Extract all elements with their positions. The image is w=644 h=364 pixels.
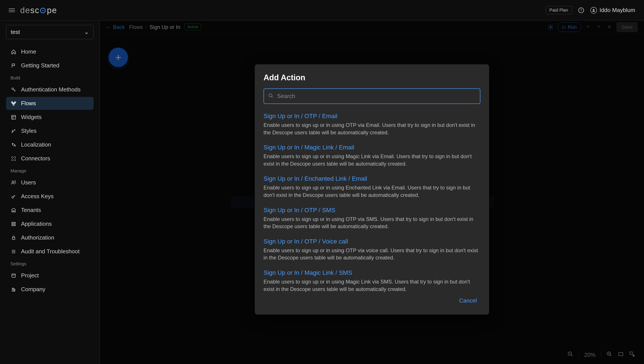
sidebar-item-authorization[interactable]: Authorization <box>6 231 94 244</box>
sidebar-item-tenants[interactable]: Tenants <box>6 204 94 216</box>
sidebar-item-project[interactable]: Project <box>6 269 94 282</box>
search-icon <box>268 93 274 99</box>
search-input[interactable] <box>277 93 476 100</box>
svg-point-3 <box>12 88 14 90</box>
action-title: Sign Up or In / OTP / SMS <box>264 207 479 214</box>
sidebar-item-audit[interactable]: Audit and Troubleshoot <box>6 245 94 258</box>
sidebar-item-label: Connectors <box>21 155 50 162</box>
sidebar-item-label: Users <box>21 179 36 186</box>
sidebar-item-label: Flows <box>21 100 36 107</box>
modal-title: Add Action <box>264 73 480 82</box>
user-menu[interactable]: Iddo Mayblum <box>590 7 635 14</box>
sidebar-item-label: Widgets <box>21 114 42 120</box>
svg-text:?: ? <box>580 8 582 12</box>
sidebar-item-connectors[interactable]: Connectors <box>6 152 94 165</box>
sidebar-item-company[interactable]: Company <box>6 283 94 296</box>
sidebar-item-localization[interactable]: Localization <box>6 138 94 151</box>
action-title: Sign Up or In / Enchanted Link / Email <box>264 175 479 182</box>
project-name: test <box>11 29 20 36</box>
svg-rect-12 <box>12 224 13 226</box>
action-desc: Enable users to sign up or in using Ench… <box>264 184 479 198</box>
svg-rect-5 <box>15 102 16 102</box>
action-item-otp-sms[interactable]: Sign Up or In / OTP / SMS Enable users t… <box>264 207 479 230</box>
svg-point-22 <box>269 94 272 97</box>
action-title: Sign Up or In / Magic Link / SMS <box>264 269 479 276</box>
project-selector[interactable]: test ⌄ <box>6 25 94 39</box>
logo: desc⊙pe <box>20 6 57 15</box>
svg-rect-7 <box>12 115 16 119</box>
section-manage: Manage <box>6 166 94 175</box>
canvas-area: ← Back Flows / Sign Up or In Active ▷ Ru… <box>100 20 644 364</box>
sidebar-item-label: Access Keys <box>21 193 54 200</box>
sidebar-item-access-keys[interactable]: Access Keys <box>6 190 94 203</box>
sidebar-item-label: Company <box>21 286 45 293</box>
action-desc: Enable users to sign up or in using OTP … <box>264 247 479 262</box>
svg-point-9 <box>12 196 14 198</box>
sidebar-item-applications[interactable]: Applications <box>6 218 94 230</box>
action-item-magic-sms[interactable]: Sign Up or In / Magic Link / SMS Enable … <box>264 269 479 292</box>
flag-icon <box>11 62 17 69</box>
localization-icon <box>11 142 17 148</box>
svg-rect-13 <box>14 224 15 226</box>
sidebar-item-getting-started[interactable]: Getting Started <box>6 59 94 72</box>
company-icon <box>11 286 17 292</box>
action-desc: Enable users to sign up or in using OTP … <box>264 216 479 230</box>
sidebar-item-styles[interactable]: Styles <box>6 124 94 138</box>
action-list[interactable]: Sign Up or In / OTP / Email Enable users… <box>264 113 480 292</box>
action-title: Sign Up or In / OTP / Email <box>264 113 479 120</box>
svg-rect-10 <box>12 222 13 224</box>
sidebar-item-widgets[interactable]: Widgets <box>6 111 94 124</box>
action-title: Sign Up or In / Magic Link / Email <box>264 144 479 151</box>
svg-rect-6 <box>13 104 14 105</box>
sidebar-item-label: Home <box>21 48 36 55</box>
sidebar-item-label: Authorization <box>21 234 54 241</box>
home-icon <box>11 49 17 55</box>
action-desc: Enable users to sign up or in using Magi… <box>264 278 479 292</box>
cancel-button[interactable]: Cancel <box>456 296 480 306</box>
avatar-icon <box>590 7 597 14</box>
svg-rect-14 <box>12 238 15 240</box>
widgets-icon <box>11 114 17 120</box>
apps-icon <box>11 221 17 227</box>
sidebar-item-users[interactable]: Users <box>6 176 94 189</box>
add-action-modal: Add Action Sign Up or In / OTP / Email E… <box>255 64 489 314</box>
auth-icon <box>11 86 17 93</box>
username: Iddo Mayblum <box>599 7 635 14</box>
svg-rect-15 <box>12 274 15 278</box>
topbar-right: Paid Plan ? Iddo Mayblum <box>546 6 635 14</box>
chevron-down-icon: ⌄ <box>84 29 89 36</box>
sidebar-item-label: Audit and Troubleshoot <box>21 248 80 255</box>
sidebar-item-label: Tenants <box>21 207 41 214</box>
section-settings: Settings <box>6 259 94 268</box>
tenants-icon <box>11 207 17 213</box>
svg-rect-11 <box>14 222 15 224</box>
flows-icon <box>11 100 17 106</box>
search-box[interactable] <box>264 88 480 104</box>
topbar: desc⊙pe Paid Plan ? Iddo Mayblum <box>0 0 644 20</box>
plan-badge[interactable]: Paid Plan <box>546 6 572 14</box>
lock-icon <box>11 235 17 241</box>
sidebar-item-flows[interactable]: Flows <box>6 97 94 110</box>
sidebar-item-label: Project <box>21 272 39 279</box>
users-icon <box>11 180 17 186</box>
menu-toggle[interactable] <box>9 8 15 12</box>
action-item-magic-email[interactable]: Sign Up or In / Magic Link / Email Enabl… <box>264 144 479 167</box>
sidebar-item-label: Localization <box>21 141 51 148</box>
action-title: Sign Up or In / OTP / Voice call <box>264 238 479 245</box>
sidebar-item-label: Getting Started <box>21 62 59 69</box>
keys-icon <box>11 194 17 200</box>
sidebar-item-label: Applications <box>21 220 52 227</box>
sidebar-item-auth-methods[interactable]: Authentication Methods <box>6 83 94 96</box>
help-icon[interactable]: ? <box>577 6 585 14</box>
action-item-otp-voice[interactable]: Sign Up or In / OTP / Voice call Enable … <box>264 238 479 262</box>
topbar-left: desc⊙pe <box>9 6 57 15</box>
action-item-otp-email[interactable]: Sign Up or In / OTP / Email Enable users… <box>264 113 479 136</box>
styles-icon <box>11 128 17 134</box>
svg-point-2 <box>593 9 594 10</box>
modal-overlay: Add Action Sign Up or In / OTP / Email E… <box>100 20 644 364</box>
sidebar-item-label: Styles <box>21 128 37 134</box>
action-desc: Enable users to sign up or in using OTP … <box>264 122 479 136</box>
section-build: Build <box>6 73 94 82</box>
action-item-enchanted-email[interactable]: Sign Up or In / Enchanted Link / Email E… <box>264 175 479 198</box>
sidebar-item-home[interactable]: Home <box>6 45 94 58</box>
